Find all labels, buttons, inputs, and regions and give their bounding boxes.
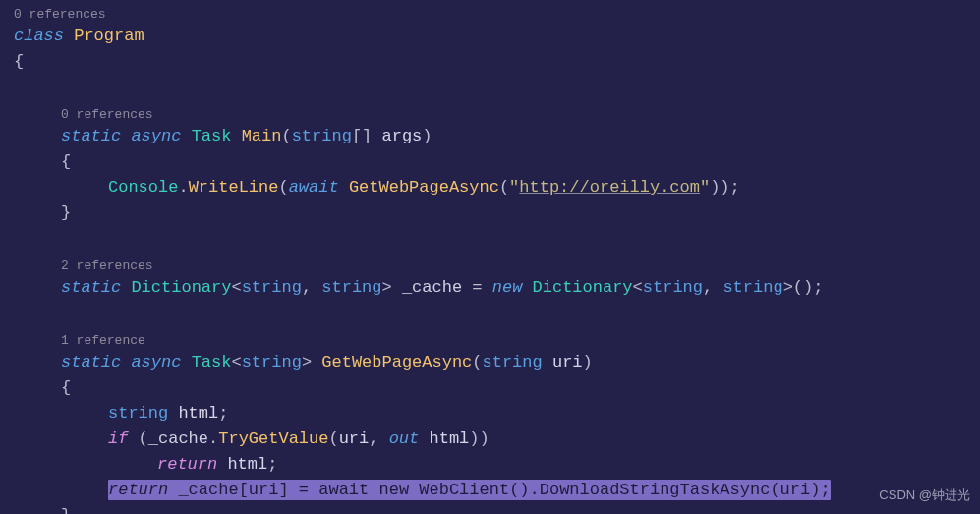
keyword-string: string (242, 353, 302, 371)
bracket-close: ] (278, 481, 288, 499)
keyword-await: await (289, 178, 339, 197)
brace-open: { (61, 152, 71, 171)
parens: () (793, 278, 813, 297)
keyword-out: out (389, 429, 420, 448)
keyword-string: string (292, 127, 352, 145)
bracket-open: [ (239, 481, 249, 499)
local-html: html (227, 455, 267, 474)
field-cache: _cache (402, 278, 462, 297)
keyword-async: async (131, 127, 181, 145)
param-uri: uri (249, 481, 279, 499)
paren-close: ) (810, 481, 820, 499)
semicolon: ; (820, 481, 830, 499)
code-line: { (12, 49, 980, 75)
paren-close: ) (720, 178, 729, 197)
semicolon: ; (730, 178, 740, 197)
blank-line (12, 226, 980, 252)
local-html: html (429, 429, 469, 448)
angle-close: > (382, 278, 392, 297)
code-line: static async Task<string> GetWebPageAsyn… (12, 350, 980, 375)
keyword-if: if (108, 429, 128, 448)
parens: () (509, 481, 529, 499)
method-trygetvalue: TryGetValue (218, 429, 328, 448)
method-getwebpageasync: GetWebPageAsync (321, 353, 472, 371)
paren-close: ) (469, 429, 479, 448)
code-line: { (12, 375, 980, 401)
code-line: string html; (12, 401, 980, 427)
dot: . (208, 429, 218, 448)
field-cache: _cache (178, 481, 238, 499)
keyword-return: return (157, 455, 217, 474)
type-task: Task (192, 127, 232, 145)
code-line: } (12, 200, 980, 226)
code-line: Console.WriteLine(await GetWebPageAsync(… (12, 175, 980, 200)
paren-open: ( (770, 481, 779, 499)
paren-open: ( (499, 178, 509, 197)
param-uri: uri (780, 481, 811, 499)
method-downloadstringtaskasync: DownloadStringTaskAsync (540, 481, 771, 499)
brace-open: { (14, 52, 24, 71)
keyword-static: static (61, 278, 121, 297)
code-line: { (12, 149, 980, 175)
keyword-static: static (61, 127, 121, 145)
param-uri: uri (552, 353, 583, 371)
paren-close: ) (710, 178, 720, 197)
param-args: args (382, 127, 423, 145)
code-line: return html; (12, 452, 980, 478)
keyword-string: string (483, 353, 543, 371)
semicolon: ; (267, 455, 277, 474)
comma: , (703, 278, 722, 297)
blank-line (12, 75, 980, 100)
codelens-class[interactable]: 0 references (12, 6, 980, 24)
brace-open: { (61, 378, 71, 397)
codelens-getweb[interactable]: 1 reference (12, 332, 980, 350)
keyword-async: async (131, 353, 181, 371)
blank-line (12, 301, 980, 326)
watermark-text: CSDN @钟进光 (879, 483, 970, 508)
paren-close: ) (480, 429, 490, 448)
codelens-cache[interactable]: 2 references (12, 257, 980, 275)
keyword-new: new (492, 278, 523, 297)
angle-open: < (231, 278, 241, 297)
equals: = (462, 278, 492, 297)
string-url: http://oreilly.com (519, 178, 700, 197)
code-line: } (12, 503, 980, 514)
array-brackets: [] (352, 127, 372, 145)
codelens-main[interactable]: 0 references (12, 106, 980, 124)
keyword-static: static (61, 353, 121, 371)
dot: . (178, 178, 188, 197)
method-getwebpageasync: GetWebPageAsync (349, 178, 499, 197)
selection-highlight: return _cache[uri] = await new WebClient… (108, 480, 831, 500)
keyword-class: class (14, 27, 64, 45)
paren-open: ( (328, 429, 338, 448)
paren-open: ( (472, 353, 482, 371)
code-line: if (_cache.TryGetValue(uri, out html)) (12, 427, 980, 452)
code-editor[interactable]: 0 references class Program { 0 reference… (0, 6, 980, 514)
method-writeline: WriteLine (189, 178, 279, 197)
type-program: Program (74, 27, 144, 45)
brace-close: } (61, 203, 71, 222)
code-line-highlighted: return _cache[uri] = await new WebClient… (12, 478, 980, 503)
keyword-string: string (722, 278, 782, 297)
paren-open: ( (278, 178, 288, 197)
keyword-string: string (321, 278, 381, 297)
type-console: Console (108, 178, 178, 197)
code-line: static async Task Main(string[] args) (12, 124, 980, 149)
type-dictionary: Dictionary (131, 278, 231, 297)
semicolon: ; (813, 278, 823, 297)
keyword-string: string (108, 404, 168, 423)
angle-open: < (231, 353, 241, 371)
angle-open: < (633, 278, 643, 297)
param-uri: uri (339, 429, 370, 448)
angle-close: > (783, 278, 793, 297)
paren-open: ( (281, 127, 291, 145)
local-html: html (178, 404, 218, 423)
comma: , (302, 278, 321, 297)
brace-close: } (61, 506, 71, 514)
keyword-new: new (378, 481, 409, 499)
method-main: Main (242, 127, 282, 145)
semicolon: ; (218, 404, 228, 423)
equals: = (289, 481, 319, 499)
field-cache: _cache (148, 429, 208, 448)
paren-open: ( (139, 429, 148, 448)
